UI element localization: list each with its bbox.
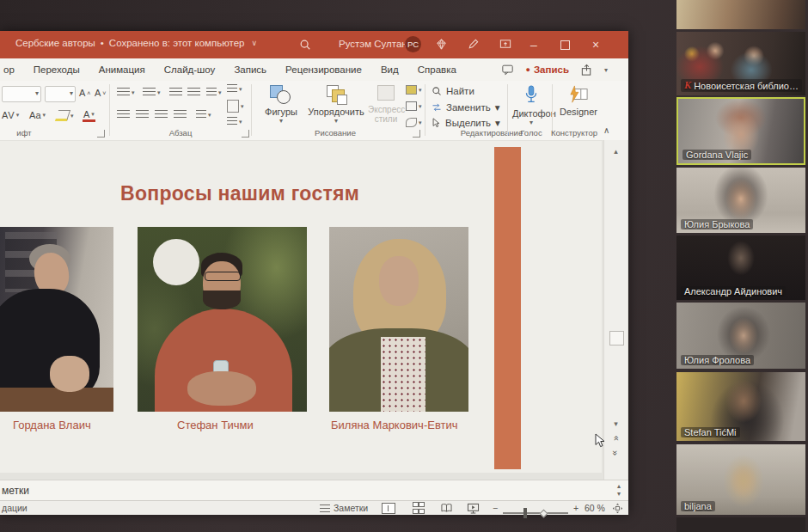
shapes-button[interactable]: Фигуры ▾ — [258, 85, 304, 125]
tab-review[interactable]: Рецензирование — [276, 64, 371, 75]
drawing-dialog-launcher[interactable] — [413, 130, 420, 138]
numbering-button[interactable]: ▾ — [143, 88, 161, 97]
align-center-button[interactable] — [136, 110, 149, 119]
font-name-combobox[interactable]: ▾ — [2, 86, 41, 102]
scroll-down-button[interactable]: ▾ — [609, 419, 622, 428]
slide-photo-gordana-vlaich[interactable] — [0, 227, 113, 412]
notes-toggle-button[interactable]: Заметки — [320, 502, 368, 514]
photo-detail-hands — [50, 356, 89, 392]
line-spacing-button[interactable]: ▾ — [206, 88, 222, 97]
slide-photo-bilyana-markovich[interactable] — [329, 227, 468, 412]
tab-animations[interactable]: Анимация — [89, 64, 155, 75]
quick-styles-button[interactable]: Экспресс-стили — [368, 85, 404, 124]
slide-accent-bar[interactable] — [494, 147, 521, 469]
record-button[interactable]: ● Запись — [525, 64, 569, 75]
share-icon[interactable] — [580, 64, 593, 76]
slide-sorter-view-button[interactable] — [413, 502, 423, 514]
notes-scroll-down-icon[interactable]: ▾ — [612, 490, 626, 498]
collapse-ribbon-icon[interactable]: ∧ — [603, 125, 609, 135]
video-tile-yulia-brykova[interactable]: Юлия Брыкова — [676, 168, 805, 233]
notes-scroll-up-icon[interactable]: ▴ — [612, 482, 626, 490]
slide-photo-stefan-tichmi[interactable] — [138, 227, 307, 412]
tab-slideshow[interactable]: Слайд-шоу — [155, 64, 225, 75]
justify-button[interactable] — [174, 110, 187, 119]
video-tile-partial-bottom[interactable] — [676, 517, 805, 532]
comments-icon[interactable] — [501, 64, 514, 76]
save-status[interactable]: Сохранено в: этот компьютер — [109, 38, 245, 48]
video-tile-biljana[interactable]: biljana — [676, 444, 805, 515]
align-left-button[interactable] — [117, 110, 130, 119]
increase-font-button[interactable]: А˄ — [79, 88, 90, 98]
bullets-button[interactable]: ▾ — [117, 88, 135, 97]
designer-button[interactable]: Designer — [557, 85, 600, 117]
highlight-color-button[interactable]: ▾ — [57, 110, 74, 121]
zoom-percentage[interactable]: 60 % — [585, 502, 605, 514]
video-tile-yulia-frolova[interactable]: Юлия Фролова — [676, 303, 805, 369]
paragraph-dialog-launcher[interactable] — [242, 130, 249, 138]
font-size-combobox[interactable]: ▾ — [45, 86, 76, 102]
scroll-up-button[interactable]: ▴ — [609, 147, 622, 156]
video-tile-partial-top[interactable] — [676, 0, 805, 29]
zoom-slider-thumb[interactable] — [523, 508, 527, 518]
find-button[interactable]: Найти — [432, 86, 474, 96]
decrease-font-button[interactable]: А˅ — [95, 88, 106, 98]
tab-transitions[interactable]: Переходы — [24, 64, 89, 75]
shape-fill-button[interactable]: ▾ — [406, 85, 422, 95]
caption-gordana[interactable]: Гордана Влаич — [13, 419, 91, 431]
zoom-out-button[interactable]: − — [493, 502, 498, 514]
replace-button[interactable]: Заменить ▾ — [432, 101, 499, 113]
notes-scrollbar[interactable]: ▴ ▾ — [612, 482, 626, 498]
zoom-slider-track[interactable] — [503, 512, 568, 514]
scrollbar-thumb[interactable] — [609, 331, 624, 345]
align-right-button[interactable] — [155, 110, 168, 119]
avatar[interactable]: РС — [405, 36, 421, 52]
select-button[interactable]: Выделить ▾ — [432, 117, 500, 129]
restore-button[interactable] — [552, 31, 578, 58]
minimize-button[interactable]: – — [521, 31, 547, 58]
ribbon-display-options-icon[interactable] — [499, 38, 512, 51]
slide[interactable]: Вопросы нашим гостям — [0, 141, 602, 473]
change-case-button[interactable]: Аа▾ — [29, 110, 46, 120]
video-tile-gordana-active-speaker[interactable]: Gordana Vlajic — [676, 97, 805, 165]
normal-view-button[interactable] — [382, 502, 395, 514]
zoom-in-button[interactable]: + — [573, 502, 578, 514]
search-icon[interactable] — [299, 39, 311, 51]
video-tile-stefan-ticmi[interactable]: Stefan TićMi — [676, 372, 805, 441]
arrange-button[interactable]: Упорядочить ▾ — [306, 85, 366, 125]
video-tile-aleksandr-aydinovich[interactable]: Александр Айдинович — [676, 235, 805, 300]
tab-design-partial[interactable]: ор — [0, 64, 24, 75]
align-text-button[interactable]: ▾ — [227, 100, 244, 113]
notes-pane[interactable]: метки ▴ ▾ — [0, 480, 628, 501]
video-tile-novoisetskaya[interactable]: К Новоисетская библио… — [676, 32, 805, 95]
increase-indent-button[interactable] — [187, 88, 200, 97]
close-button[interactable]: × — [583, 31, 609, 58]
slide-scrollbar[interactable]: ▴ ▾ » » — [603, 140, 627, 480]
slideshow-view-button[interactable] — [467, 502, 480, 514]
text-direction-button[interactable]: ▾ — [227, 84, 242, 94]
share-chevron-icon[interactable]: ▾ — [604, 66, 608, 74]
next-slide-button[interactable]: » — [609, 448, 622, 458]
chevron-down-icon[interactable]: ∨ — [252, 39, 258, 47]
font-dialog-launcher[interactable] — [97, 130, 105, 138]
feedback-pen-icon[interactable] — [467, 38, 480, 51]
previous-slide-button[interactable]: » — [609, 433, 622, 443]
convert-smartart-button[interactable]: ▾ — [227, 117, 242, 126]
character-spacing-button[interactable]: АV▾ — [2, 110, 19, 120]
slide-title[interactable]: Вопросы нашим гостям — [120, 182, 359, 205]
fit-slide-to-window-button[interactable] — [612, 502, 623, 514]
tab-help[interactable]: Справка — [408, 64, 466, 75]
tab-record[interactable]: Запись — [224, 64, 276, 75]
shape-outline-button[interactable]: ▾ — [406, 101, 422, 111]
caption-stefan[interactable]: Стефан Тичми — [177, 419, 254, 431]
decrease-indent-button[interactable] — [169, 88, 182, 97]
tab-view[interactable]: Вид — [371, 64, 408, 75]
zoom-slider[interactable] — [503, 507, 568, 519]
participant-name: biljana — [681, 501, 715, 511]
columns-button[interactable]: ▾ — [196, 110, 211, 119]
rewards-diamond-icon[interactable] — [435, 38, 448, 51]
dictate-button[interactable]: Диктофон ▾ — [512, 85, 550, 126]
caption-bilyana[interactable]: Биляна Маркович-Евтич — [331, 419, 458, 431]
font-color-button[interactable]: А▾ — [83, 109, 95, 122]
shape-effects-button[interactable]: ▾ — [406, 118, 422, 127]
reading-view-button[interactable] — [440, 502, 453, 514]
